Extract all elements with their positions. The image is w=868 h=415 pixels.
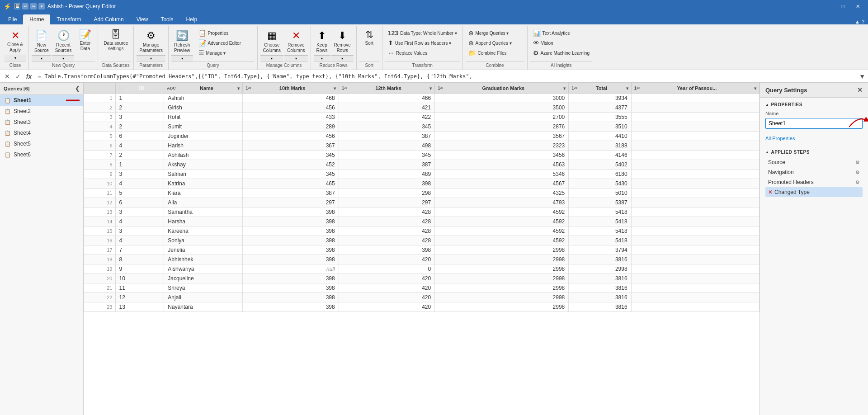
keep-rows-dropdown[interactable]: ▾ — [314, 55, 330, 61]
table-row[interactable]: 18 8 Abhishhek 398 420 2998 3816 — [84, 255, 760, 264]
table-row[interactable]: 7 2 Abhilash 345 345 3456 4146 — [84, 151, 760, 160]
recent-sources-dropdown[interactable]: ▾ — [52, 55, 75, 61]
formula-accept-icon[interactable]: ✓ — [14, 73, 23, 80]
sort-button[interactable]: ⇅ Sort — [359, 28, 379, 48]
refresh-preview-dropdown[interactable]: ▾ — [171, 55, 193, 61]
sidebar-item-sheet4[interactable]: 📋 Sheet4 — [0, 127, 83, 138]
table-row[interactable]: 15 3 Kareena 398 428 4592 5418 — [84, 226, 760, 236]
enter-data-button[interactable]: 📝 EnterData — [75, 28, 95, 53]
table-row[interactable]: 12 6 Alia 297 297 4793 5387 — [84, 198, 760, 208]
formula-cancel-icon[interactable]: ✕ — [3, 73, 12, 80]
close-apply-dropdown[interactable]: ▾ — [5, 55, 26, 61]
all-properties-link[interactable]: All Properties — [765, 136, 795, 141]
table-row[interactable]: 17 7 Jenelia 398 398 2998 3794 — [84, 245, 760, 255]
table-row[interactable]: 21 11 Shreya 398 420 2998 3816 — [84, 283, 760, 293]
azure-ml-button[interactable]: ⚙ Azure Machine Learning — [530, 48, 592, 58]
more-title-icon[interactable]: ▾ — [38, 3, 45, 9]
settings-close-button[interactable]: ✕ — [857, 86, 863, 94]
vision-button[interactable]: 👁 Vision — [530, 38, 592, 48]
advanced-editor-button[interactable]: 📝 Advanced Editor — [196, 38, 255, 48]
table-row[interactable]: 4 2 Sumit 289 345 2876 3510 — [84, 122, 760, 132]
col-12th-filter[interactable]: ▾ — [429, 86, 432, 91]
save-title-icon[interactable]: 💾 — [14, 3, 20, 9]
applied-step-promoted-headers[interactable]: Promoted Headers ⚙ — [765, 177, 863, 187]
col-year-filter[interactable]: ▾ — [754, 86, 756, 91]
merge-queries-button[interactable]: ⊕ Merge Queries ▾ — [466, 28, 524, 38]
col-10th-filter[interactable]: ▾ — [334, 86, 336, 91]
sidebar-item-sheet2[interactable]: 📋 Sheet2 — [0, 106, 83, 117]
table-row[interactable]: 22 12 Anjali 398 420 2998 3816 — [84, 293, 760, 302]
maximize-button[interactable]: □ — [836, 0, 850, 13]
data-type-button[interactable]: 123 Data Type: Whole Number ▾ — [385, 28, 460, 38]
manage-button[interactable]: ☰ Manage ▾ — [196, 48, 255, 58]
choose-columns-button[interactable]: ▦ ChooseColumns ▾ — [260, 28, 283, 61]
table-row[interactable]: 3 3 Rohit 433 422 2700 3555 — [84, 113, 760, 122]
manage-parameters-dropdown[interactable]: ▾ — [137, 55, 165, 61]
close-apply-button[interactable]: ✕ Close &Apply ▾ — [5, 28, 26, 61]
table-row[interactable]: 23 13 Nayantara 398 420 2998 3816 — [84, 302, 760, 312]
refresh-preview-button[interactable]: 🔄 RefreshPreview ▾ — [171, 28, 193, 61]
collapse-ribbon-icon[interactable]: ▲ — [855, 19, 860, 24]
table-row[interactable]: 13 3 Samantha 398 428 4592 5418 — [84, 208, 760, 217]
undo-title-icon[interactable]: ↩ — [22, 3, 28, 9]
remove-rows-dropdown[interactable]: ▾ — [331, 55, 354, 61]
step-gear-icon[interactable]: ⚙ — [855, 160, 860, 165]
tab-tools[interactable]: Tools — [154, 14, 179, 24]
col-id-filter[interactable]: ▾ — [159, 86, 161, 91]
col-total-filter[interactable]: ▾ — [626, 86, 628, 91]
table-row[interactable]: 6 4 Harish 367 498 2323 3188 — [84, 141, 760, 151]
table-row[interactable]: 19 9 Aishwariya null 0 2998 2998 — [84, 264, 760, 274]
new-source-dropdown[interactable]: ▾ — [32, 55, 52, 61]
append-queries-button[interactable]: ⊕ Append Queries ▾ — [466, 38, 524, 48]
remove-columns-dropdown[interactable]: ▾ — [284, 55, 307, 61]
tab-help[interactable]: Help — [179, 14, 203, 24]
minimize-button[interactable]: — — [822, 0, 835, 13]
recent-sources-button[interactable]: 🕐 RecentSources ▾ — [52, 28, 75, 61]
formula-fx-icon[interactable]: fx — [24, 73, 33, 80]
close-button[interactable]: ✕ — [851, 0, 864, 13]
query-name-input[interactable] — [765, 118, 863, 129]
use-first-row-button[interactable]: ⬆ Use First Row as Headers ▾ — [385, 38, 460, 48]
table-row[interactable]: 20 10 Jacqueline 398 420 2998 3816 — [84, 274, 760, 283]
remove-rows-button[interactable]: ⬇ RemoveRows ▾ — [331, 28, 354, 61]
table-row[interactable]: 10 4 Katrina 465 398 4567 5430 — [84, 179, 760, 189]
sidebar-item-sheet1[interactable]: 📋 Sheet1 — [0, 95, 83, 106]
table-row[interactable]: 2 2 Girish 456 421 3500 4377 — [84, 103, 760, 113]
table-row[interactable]: 5 6 Joginder 456 387 3567 4410 — [84, 132, 760, 141]
col-name-filter[interactable]: ▾ — [237, 86, 240, 91]
queries-collapse-button[interactable]: ❮ — [75, 85, 80, 92]
help-icon[interactable]: ? — [862, 19, 864, 24]
new-source-button[interactable]: 📄 NewSource ▾ — [32, 28, 52, 61]
data-source-settings-button[interactable]: 🗄 Data sourcesettings — [101, 28, 131, 53]
applied-step-source[interactable]: Source ⚙ — [765, 157, 863, 167]
col-grad-filter[interactable]: ▾ — [563, 86, 566, 91]
sidebar-item-sheet6[interactable]: 📋 Sheet6 — [0, 149, 83, 160]
text-analytics-button[interactable]: 📊 Text Analytics — [530, 28, 592, 38]
tab-home[interactable]: Home — [23, 14, 50, 24]
table-row[interactable]: 14 4 Harsha 398 428 4592 5418 — [84, 217, 760, 226]
tab-add-column[interactable]: Add Column — [88, 14, 130, 24]
table-row[interactable]: 8 1 Akshay 452 387 4563 5402 — [84, 160, 760, 170]
table-row[interactable]: 16 4 Soniya 398 428 4592 5418 — [84, 236, 760, 245]
table-row[interactable]: 9 3 Salman 345 489 5346 6180 — [84, 170, 760, 179]
formula-expand-icon[interactable]: ▼ — [859, 73, 865, 80]
tab-view[interactable]: View — [130, 14, 155, 24]
replace-values-button[interactable]: ↔ Replace Values — [385, 48, 460, 58]
properties-button[interactable]: 📋 Properties — [196, 28, 255, 38]
step-gear-icon[interactable]: ⚙ — [855, 170, 860, 175]
keep-rows-button[interactable]: ⬆ KeepRows ▾ — [314, 28, 330, 61]
remove-columns-button[interactable]: ✕ RemoveColumns ▾ — [284, 28, 307, 61]
tab-file[interactable]: File — [2, 14, 23, 24]
redo-title-icon[interactable]: ↪ — [30, 3, 37, 9]
step-gear-icon[interactable]: ⚙ — [855, 179, 860, 185]
table-row[interactable]: 1 1 Ashish 468 466 3000 3934 — [84, 94, 760, 103]
sidebar-item-sheet3[interactable]: 📋 Sheet3 — [0, 117, 83, 127]
table-row[interactable]: 11 5 Kiara 387 298 4325 5010 — [84, 189, 760, 198]
formula-input[interactable] — [36, 72, 856, 80]
applied-step-changed-type[interactable]: ✕ Changed Type — [765, 187, 863, 197]
sidebar-item-sheet5[interactable]: 📋 Sheet5 — [0, 138, 83, 149]
applied-step-navigation[interactable]: Navigation ⚙ — [765, 167, 863, 177]
choose-columns-dropdown[interactable]: ▾ — [260, 55, 283, 61]
combine-files-button[interactable]: 📁 Combine Files — [466, 48, 524, 58]
tab-transform[interactable]: Transform — [50, 14, 87, 24]
